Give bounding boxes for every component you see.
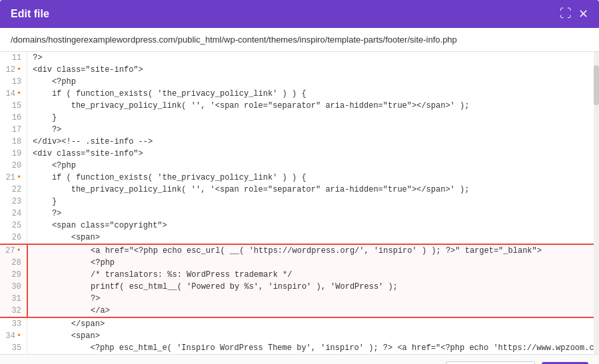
code-table: 11?>12<div class="site-info">13 <?php14 …	[0, 52, 594, 354]
line-code: ?>	[27, 293, 594, 305]
line-code: the_privacy_policy_link( '', '<span role…	[27, 184, 594, 196]
line-number: 31	[0, 293, 27, 305]
editor-container: 11?>12<div class="site-info">13 <?php14 …	[0, 52, 599, 354]
expand-icon[interactable]: ⛶	[560, 7, 572, 21]
line-number: 21	[0, 172, 27, 184]
scrollbar-thumb[interactable]	[594, 65, 599, 105]
table-row: 31 ?>	[0, 293, 594, 305]
table-row: 12<div class="site-info">	[0, 64, 594, 76]
line-code: if ( function_exists( 'the_privacy_polic…	[27, 88, 594, 100]
table-row: 16 }	[0, 112, 594, 124]
table-row: 15 the_privacy_policy_link( '', '<span r…	[0, 100, 594, 112]
table-row: 19<div class="site-info">	[0, 148, 594, 160]
table-row: 17 ?>	[0, 124, 594, 136]
table-row: 26 <span>	[0, 232, 594, 244]
line-number: 20	[0, 160, 27, 172]
line-code: <span>	[27, 330, 594, 342]
line-number: 28	[0, 257, 27, 269]
line-code: }	[27, 196, 594, 208]
line-code: ?>	[27, 52, 594, 64]
table-row: 13 <?php	[0, 76, 594, 88]
line-code: </div><!-- .site-info -->	[27, 136, 594, 148]
modal-header: Edit file ⛶ ✕	[0, 0, 599, 28]
table-row: 29 /* translators: %s: WordPress tradema…	[0, 269, 594, 281]
code-area[interactable]: 11?>12<div class="site-info">13 <?php14 …	[0, 52, 594, 354]
line-code: /* translators: %s: WordPress trademark …	[27, 269, 594, 281]
line-number: 33	[0, 317, 27, 330]
line-number: 19	[0, 148, 27, 160]
edit-file-modal: Edit file ⛶ ✕ /domains/hostingerexamplew…	[0, 0, 599, 364]
table-row: 20 <?php	[0, 160, 594, 172]
line-code: the_privacy_policy_link( '', '<span role…	[27, 100, 594, 112]
line-number: 23	[0, 196, 27, 208]
line-code: if ( function_exists( 'the_privacy_polic…	[27, 172, 594, 184]
table-row: 30 printf( esc_html__( 'Powered by %s', …	[0, 281, 594, 293]
scrollbar-track[interactable]	[594, 52, 599, 354]
line-number: 16	[0, 112, 27, 124]
table-row: 22 the_privacy_policy_link( '', '<span r…	[0, 184, 594, 196]
line-code: }	[27, 112, 594, 124]
table-row: 14 if ( function_exists( 'the_privacy_po…	[0, 88, 594, 100]
line-code: <?php	[27, 160, 594, 172]
table-row: 35 <?php esc_html_e( 'Inspiro WordPress …	[0, 342, 594, 354]
line-number: 25	[0, 220, 27, 232]
line-code: </span>	[27, 317, 594, 330]
table-row: 11?>	[0, 52, 594, 64]
line-code: <a href="<?php echo esc_url( __( 'https:…	[27, 244, 594, 257]
close-icon[interactable]: ✕	[578, 7, 588, 21]
table-row: 28 <?php	[0, 257, 594, 269]
line-number: 18	[0, 136, 27, 148]
line-number: 30	[0, 281, 27, 293]
table-row: 24 ?>	[0, 208, 594, 220]
line-number: 22	[0, 184, 27, 196]
line-code: <div class="site-info">	[27, 64, 594, 76]
line-number: 34	[0, 330, 27, 342]
file-path: /domains/hostingerexamplewordpress.com/p…	[0, 28, 599, 52]
line-number: 26	[0, 232, 27, 244]
line-number: 32	[0, 305, 27, 317]
line-code: <span class="copyright">	[27, 220, 594, 232]
header-icons: ⛶ ✕	[560, 7, 588, 21]
table-row: 32 </a>	[0, 305, 594, 317]
modal-footer: SAVE & CLOSE SAVE	[0, 354, 599, 364]
table-row: 27 <a href="<?php echo esc_url( __( 'htt…	[0, 244, 594, 257]
line-code: <?php esc_html_e( 'Inspiro WordPress The…	[27, 342, 594, 354]
save-close-button[interactable]: SAVE & CLOSE	[446, 361, 535, 364]
line-code: printf( esc_html__( 'Powered by %s', 'in…	[27, 281, 594, 293]
table-row: 33 </span>	[0, 317, 594, 330]
table-row: 21 if ( function_exists( 'the_privacy_po…	[0, 172, 594, 184]
line-code: <?php	[27, 257, 594, 269]
line-number: 17	[0, 124, 27, 136]
table-row: 25 <span class="copyright">	[0, 220, 594, 232]
line-number: 12	[0, 64, 27, 76]
line-code: ?>	[27, 208, 594, 220]
table-row: 18</div><!-- .site-info -->	[0, 136, 594, 148]
line-number: 15	[0, 100, 27, 112]
table-row: 34 <span>	[0, 330, 594, 342]
line-code: <?php	[27, 76, 594, 88]
line-number: 13	[0, 76, 27, 88]
line-code: ?>	[27, 124, 594, 136]
line-code: </a>	[27, 305, 594, 317]
line-number: 27	[0, 244, 27, 257]
modal-title: Edit file	[11, 8, 49, 20]
line-number: 35	[0, 342, 27, 354]
line-code: <div class="site-info">	[27, 148, 594, 160]
line-number: 11	[0, 52, 27, 64]
line-code: <span>	[27, 232, 594, 244]
line-number: 14	[0, 88, 27, 100]
table-row: 23 }	[0, 196, 594, 208]
line-number: 24	[0, 208, 27, 220]
line-number: 29	[0, 269, 27, 281]
